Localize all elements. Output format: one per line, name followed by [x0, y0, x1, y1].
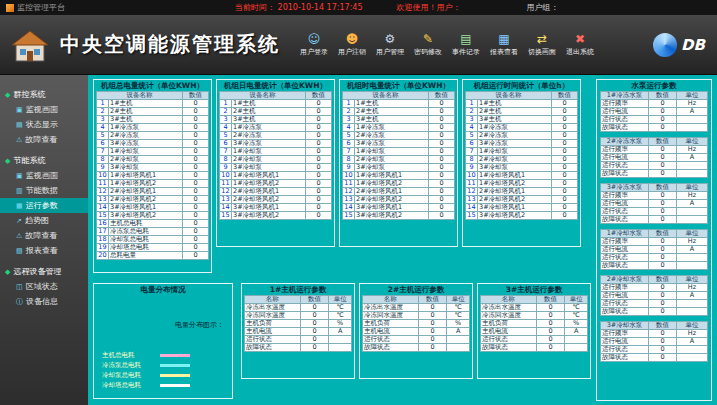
table-cell	[677, 346, 708, 354]
table-cell: 3#主机	[355, 116, 429, 124]
user-logout-button[interactable]: ☻ 用户注销	[334, 32, 370, 57]
user-manage-button[interactable]: ⚙ 用户管理	[372, 32, 408, 57]
table-row: 143#冷却塔风机10	[220, 204, 332, 212]
table-row: 33#主机0	[220, 116, 332, 124]
table-cell: 0	[552, 100, 578, 108]
panel-chiller-1-params: 1#主机运行参数 名称 数值 单位 冷冻出水温度0℃冷冻回水温度0℃主机负荷0%…	[241, 283, 355, 379]
table-cell: 1#冷却塔风机2	[232, 180, 306, 188]
section-label: 节能系统	[13, 155, 45, 166]
table-cell: 2#冷却泵	[355, 156, 429, 164]
table-row: 122#冷却塔风机10	[220, 188, 332, 196]
table-row: 63#冷冻泵0	[220, 140, 332, 148]
table-cell: 0	[183, 140, 209, 148]
main-content: 机组总电量统计（单位KWH） 设备名称 数值 11#主机022#主机033#主机…	[88, 75, 717, 405]
sidebar-item-monitor-screen[interactable]: ▣ 监视画面	[0, 102, 88, 117]
table-cell: 0	[429, 212, 455, 220]
table-cell: 8	[97, 156, 109, 164]
table-cell: 0	[306, 100, 332, 108]
table-cell: 13	[343, 196, 355, 204]
table-cell: 冷冻回水温度	[363, 312, 419, 320]
table-cell: 0	[306, 164, 332, 172]
col-header-unit: 单位	[447, 296, 470, 304]
table-row: 运行电流0A	[601, 108, 708, 116]
sidebar-item-report-view[interactable]: ▧ 报表查看	[0, 243, 88, 258]
table-cell: 0	[552, 140, 578, 148]
table-cell: 主机电流	[245, 328, 301, 336]
col-header-device: 设备名称	[343, 92, 429, 100]
table-cell: A	[677, 108, 708, 116]
password-icon: ✎	[423, 32, 433, 46]
table-cell: 0	[649, 200, 677, 208]
table-cell: 13	[220, 196, 232, 204]
table-cell: 0	[429, 148, 455, 156]
sidebar-item-trend-chart[interactable]: ↗ 趋势图	[0, 213, 88, 228]
sidebar-item-fault-view[interactable]: ⚠ 故障查看	[0, 132, 88, 147]
user-login-button[interactable]: ☺ 用户登录	[296, 32, 332, 57]
table-cell: ℃	[329, 304, 352, 312]
table-cell: 20	[97, 252, 109, 260]
table-cell: 0	[183, 244, 209, 252]
table-cell: 0	[649, 284, 677, 292]
table-cell: 2#冷却塔风机1	[232, 188, 306, 196]
sidebar-section-group-control[interactable]: ◆ 群控系统	[0, 87, 88, 102]
table-cell: ℃	[447, 304, 470, 312]
legend-item: 冷冻泵总电耗	[102, 360, 190, 370]
sidebar-item-zone-status[interactable]: ◫ 区域状态	[0, 279, 88, 294]
table-cell: 3#主机	[109, 116, 183, 124]
table-cell: 运行频率	[601, 192, 649, 200]
sidebar-item-energy-data[interactable]: ▥ 节能数据	[0, 183, 88, 198]
table-cell: 2	[220, 108, 232, 116]
switch-screen-icon: ⇄	[537, 32, 547, 46]
table-cell: 8	[466, 156, 478, 164]
table-cell: 运行电流	[601, 108, 649, 116]
table-cell: 主机负荷	[481, 320, 537, 328]
table-cell: 11	[220, 180, 232, 188]
report-view-button[interactable]: ▦ 报表查看	[486, 32, 522, 57]
table-cell: 3	[97, 116, 109, 124]
table-row: 41#冷冻泵0	[97, 124, 209, 132]
table-cell: 14	[97, 204, 109, 212]
table-row: 41#冷冻泵0	[220, 124, 332, 132]
table-cell: 9	[97, 164, 109, 172]
table-cell	[329, 336, 352, 344]
daily-energy-table: 设备名称 数值 11#主机022#主机033#主机041#冷冻泵052#冷冻泵0…	[219, 91, 332, 220]
table-row: 冷冻出水温度0℃	[363, 304, 470, 312]
table-row: 22#主机0	[220, 108, 332, 116]
panel-title: 机组总电量统计（单位KWH）	[94, 80, 211, 91]
table-row: 93#冷却泵0	[343, 164, 455, 172]
table-cell: 0	[183, 172, 209, 180]
sidebar-section-remote-device[interactable]: ◆ 远程设备管理	[0, 264, 88, 279]
sidebar-item-status-display[interactable]: ▤ 状态显示	[0, 117, 88, 132]
col-header-value: 数值	[306, 92, 332, 100]
sidebar-item-label: 故障查看	[25, 134, 57, 145]
sidebar-item-running-params[interactable]: ▦ 运行参数	[0, 198, 88, 213]
password-change-label: 密码修改	[414, 47, 442, 57]
table-cell: 1#主机	[478, 100, 552, 108]
table-cell: 11	[97, 180, 109, 188]
table-cell	[677, 308, 708, 316]
app-name: 监控管理平台	[6, 2, 65, 13]
table-cell: 7	[220, 148, 232, 156]
table-row: 运行状态0	[601, 116, 708, 124]
table-cell: 3#主机	[478, 116, 552, 124]
password-change-button[interactable]: ✎ 密码修改	[410, 32, 446, 57]
exit-system-button[interactable]: ✖ 退出系统	[562, 32, 598, 57]
event-log-button[interactable]: ▤ 事件记录	[448, 32, 484, 57]
sidebar-section-energy-saving[interactable]: ◆ 节能系统	[0, 153, 88, 168]
table-row: 41#冷冻泵0	[343, 124, 455, 132]
table-row: 122#冷却塔风机10	[466, 188, 578, 196]
table-row: 冷冻回水温度0℃	[245, 312, 352, 320]
sidebar-item-device-info[interactable]: Ⓘ 设备信息	[0, 294, 88, 309]
panel-hourly-energy: 机组时电量统计（单位KWH） 设备名称 数值 11#主机022#主机033#主机…	[339, 79, 458, 247]
col-header-value: 数值	[418, 296, 447, 304]
switch-screen-button[interactable]: ⇄ 切换画面	[524, 32, 560, 57]
table-cell: 1#主机	[232, 100, 306, 108]
table-cell: 12	[220, 188, 232, 196]
table-cell: 0	[552, 188, 578, 196]
table-row: 运行频率0Hz	[601, 146, 708, 154]
table-cell	[677, 208, 708, 216]
sidebar-item-monitor-screen-2[interactable]: ▣ 监视画面	[0, 168, 88, 183]
table-cell: 1#冷冻泵	[478, 124, 552, 132]
sidebar-item-fault-view-2[interactable]: ⚠ 故障查看	[0, 228, 88, 243]
table-cell: Hz	[677, 330, 708, 338]
